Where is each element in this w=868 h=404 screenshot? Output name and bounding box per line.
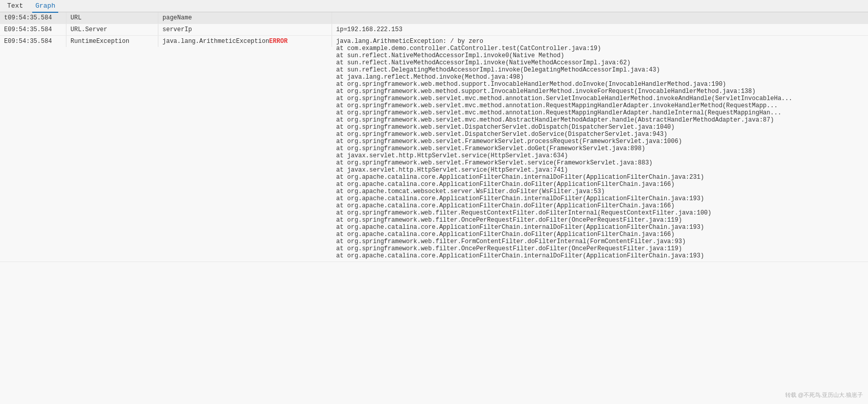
stacktrace-line-5: at java.lang.reflect.Method.invoke(Metho… (336, 74, 864, 81)
log-row-exception: E09:54:35.584 RuntimeException java.lang… (0, 36, 868, 262)
stacktrace-line-8: at org.springframework.web.servlet.mvc.m… (336, 95, 864, 102)
stacktrace-line-6: at org.springframework.web.method.suppor… (336, 81, 864, 88)
stacktrace-line-10: at org.springframework.web.servlet.mvc.m… (336, 109, 864, 116)
stacktrace-line-3: at sun.reflect.NativeMethodAccessorImpl.… (336, 59, 864, 66)
header-col-time: t09:54:35.584 (0, 12, 66, 23)
row-url-server-detail: ip=192.168.222.153 (332, 24, 868, 35)
header-col-name: pageName (158, 12, 332, 23)
stacktrace-line-19: at org.apache.catalina.core.ApplicationF… (336, 174, 864, 181)
tab-bar: Text Graph (0, 0, 868, 12)
stacktrace-line-29: at org.springframework.web.filter.OncePe… (336, 245, 864, 252)
stacktrace-line-0: java.lang.ArithmeticException: / by zero (336, 38, 864, 45)
header-col-detail (332, 12, 868, 23)
tab-text[interactable]: Text (4, 1, 26, 13)
row-exception-type: RuntimeException (66, 36, 158, 47)
log-header-row: t09:54:35.584 URL pageName (0, 12, 868, 24)
stacktrace-line-7: at org.springframework.web.method.suppor… (336, 88, 864, 95)
stacktrace-line-4: at sun.reflect.DelegatingMethodAccessorI… (336, 66, 864, 74)
row-url-server-name: serverIp (158, 24, 332, 35)
stacktrace-line-12: at org.springframework.web.servlet.Dispa… (336, 124, 864, 131)
stacktrace-line-17: at org.springframework.web.servlet.Frame… (336, 159, 864, 167)
stacktrace-line-16: at javax.servlet.http.HttpServlet.servic… (336, 152, 864, 159)
stacktrace-line-1: at com.example.demo.controller.CatContro… (336, 45, 864, 52)
row-url-server-time: E09:54:35.584 (0, 24, 66, 35)
watermark: 转载 @不死鸟.亚历山大.狼崽子 (785, 391, 863, 399)
content-area: t09:54:35.584 URL pageName E09:54:35.584… (0, 12, 868, 404)
stacktrace-line-30: at org.apache.catalina.core.ApplicationF… (336, 252, 864, 259)
row-exception-detail: java.lang.ArithmeticException: / by zero… (332, 36, 868, 262)
stacktrace-line-28: at org.springframework.web.filter.FormCo… (336, 238, 864, 245)
stacktrace-line-23: at org.apache.catalina.core.ApplicationF… (336, 202, 864, 209)
stacktrace-line-18: at javax.servlet.http.HttpServlet.servic… (336, 167, 864, 174)
stacktrace-line-27: at org.apache.catalina.core.ApplicationF… (336, 231, 864, 238)
stacktrace-line-21: at org.apache.tomcat.websocket.server.Ws… (336, 188, 864, 195)
stacktrace-line-24: at org.springframework.web.filter.Reques… (336, 209, 864, 217)
row-exception-time: E09:54:35.584 (0, 36, 66, 47)
stacktrace-line-2: at sun.reflect.NativeMethodAccessorImpl.… (336, 52, 864, 59)
tab-graph[interactable]: Graph (32, 1, 58, 13)
stacktrace-line-26: at org.apache.catalina.core.ApplicationF… (336, 224, 864, 231)
stacktrace-line-9: at org.springframework.web.servlet.mvc.m… (336, 102, 864, 109)
log-row-url-server: E09:54:35.584 URL.Server serverIp ip=192… (0, 24, 868, 36)
header-col-type: URL (66, 12, 158, 23)
stacktrace-line-14: at org.springframework.web.servlet.Frame… (336, 138, 864, 145)
stacktrace-line-22: at org.apache.catalina.core.ApplicationF… (336, 195, 864, 202)
stacktrace-line-25: at org.springframework.web.filter.OncePe… (336, 217, 864, 224)
row-exception-name: java.lang.ArithmeticExceptionERROR (158, 36, 332, 47)
error-badge: ERROR (269, 38, 288, 45)
stacktrace-line-11: at org.springframework.web.servlet.mvc.m… (336, 116, 864, 124)
stacktrace-line-20: at org.apache.catalina.core.ApplicationF… (336, 181, 864, 188)
stacktrace-line-13: at org.springframework.web.servlet.Dispa… (336, 131, 864, 138)
row-url-server-type: URL.Server (66, 24, 158, 35)
stacktrace-line-15: at org.springframework.web.servlet.Frame… (336, 145, 864, 152)
